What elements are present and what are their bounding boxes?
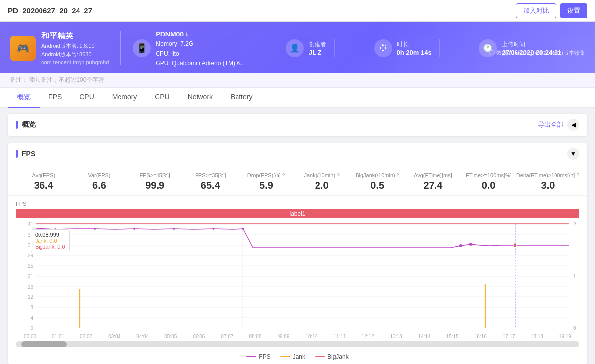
chart-scrollbar[interactable] (16, 341, 579, 347)
fps-stat-value-1: 6.6 (72, 180, 127, 191)
svg-text:16: 16 (28, 284, 34, 290)
creator-label: 创建者 (309, 40, 326, 49)
nav-tabs: 概览FPSCPUMemoryGPUNetworkBattery (0, 88, 595, 108)
time-tick-9: 09:09 (277, 334, 289, 339)
duration-label: 时长 (397, 40, 432, 49)
fps-stat-label-7: Avg(FTime)[ms] (405, 172, 461, 178)
fps-stat-value-6: 0.5 (350, 180, 405, 191)
time-axis: 00:0001:0102:0203:0304:0405:0506:0607:07… (16, 333, 579, 339)
device-icon: 📱 (133, 39, 151, 57)
device-details: PDNM00 ℹ Memory: 7.2G CPU: lito GPU: Qua… (156, 29, 245, 68)
time-tick-0: 00:00 (24, 334, 36, 339)
fps-stats-row: Avg(FPS)36.4Var(FPS)6.6FPS>=15[%]99.9FPS… (8, 165, 587, 196)
svg-point-29 (133, 228, 135, 230)
device-cpu: CPU: lito (156, 49, 245, 59)
fps-stat-label-8: FTime>=100ms[%] (461, 172, 516, 178)
nav-tab-CPU[interactable]: CPU (71, 88, 103, 108)
device-section: 📱 PDNM00 ℹ Memory: 7.2G CPU: lito GPU: Q… (121, 29, 257, 68)
duration-info: 时长 0h 20m 14s (397, 40, 432, 56)
svg-text:29: 29 (28, 253, 34, 258)
data-source: ⓘ 数据由PerfDog(4.0.200602)版本收集 (489, 49, 585, 57)
svg-text:0: 0 (30, 326, 33, 331)
overview-title: 概览 (22, 120, 36, 129)
duration-section: ⏱ 时长 0h 20m 14s (366, 39, 440, 57)
time-tick-14: 14:14 (418, 334, 431, 339)
top-bar: PD_20200627_20_24_27 加入对比 设置 (0, 0, 595, 22)
legend-item-1: Jank (280, 353, 305, 360)
export-button[interactable]: 导出全部 (538, 120, 563, 129)
fps-title: FPS (22, 150, 35, 158)
compare-button[interactable]: 加入对比 (516, 3, 556, 18)
chart-legend: FPSJankBigJank (8, 349, 587, 364)
nav-tab-Network[interactable]: Network (179, 88, 222, 108)
svg-text:33: 33 (28, 243, 34, 248)
device-info-icon: ℹ (186, 30, 188, 38)
svg-text:37: 37 (28, 232, 34, 238)
time-tick-18: 18:18 (531, 334, 543, 339)
svg-text:41: 41 (28, 222, 34, 227)
app-version1: Android版本名: 1.8.10 (41, 42, 109, 50)
time-tick-7: 07:07 (221, 334, 233, 339)
svg-text:2: 2 (573, 222, 576, 227)
fps-stat-label-5: Jank(/10min) ? (294, 172, 350, 178)
fps-stat-label-2: FPS>=15[%] (127, 172, 183, 178)
time-tick-6: 06:06 (193, 334, 205, 339)
page-title: PD_20200627_20_24_27 (8, 6, 92, 15)
fps-stat-5: Jank(/10min) ?2.0 (294, 172, 350, 191)
fps-stat-label-6: BigJank(/10min) ? (350, 172, 405, 178)
creator-icon: 👤 (286, 39, 304, 57)
svg-text:25: 25 (28, 263, 34, 269)
svg-point-33 (459, 244, 462, 247)
nav-tab-FPS[interactable]: FPS (40, 88, 71, 108)
app-icon-inner: 🎮 (10, 36, 36, 61)
fps-section: FPS ▼ Avg(FPS)36.4Var(FPS)6.6FPS>=15[%]9… (8, 143, 587, 364)
time-tick-3: 03:03 (108, 334, 120, 339)
scrollbar-thumb (21, 341, 66, 347)
creator-value: JL Z (309, 49, 326, 56)
time-tick-8: 08:08 (249, 334, 261, 339)
fps-stat-label-1: Var(FPS) (72, 172, 127, 178)
notes-bar: 备注： 添加备注，不超过200个字符 (0, 73, 595, 88)
app-package: com.tencent.tmgp.pubgmhd (41, 59, 109, 65)
fps-y-label: FPS (16, 201, 579, 207)
device-gpu: GPU: Qualcomm Adreno (TM) 6... (156, 59, 245, 68)
fps-stat-1: Var(FPS)6.6 (72, 172, 127, 191)
fps-collapse-button[interactable]: ▼ (567, 148, 579, 160)
fps-chart-svg: 41 37 33 29 25 21 16 12 8 4 0 2 1 0 Jank (16, 219, 579, 333)
collapse-button[interactable]: ◀ (567, 119, 579, 131)
time-tick-10: 10:10 (305, 334, 317, 339)
nav-tab-Memory[interactable]: Memory (103, 88, 146, 108)
time-tick-5: 05:05 (164, 334, 177, 339)
svg-text:1: 1 (573, 274, 576, 279)
creator-section: 👤 创建者 JL Z (278, 39, 335, 57)
fps-chart-container[interactable]: 41 37 33 29 25 21 16 12 8 4 0 2 1 0 Jank (16, 219, 579, 333)
fps-stat-value-2: 99.9 (127, 180, 183, 191)
svg-point-31 (212, 228, 214, 230)
svg-point-28 (94, 228, 96, 230)
fps-section-header: FPS ▼ (8, 143, 587, 165)
app-name: 和平精英 (41, 31, 109, 41)
svg-point-30 (173, 228, 175, 230)
legend-label-0: FPS (259, 353, 270, 360)
time-tick-1: 01:01 (52, 334, 64, 339)
nav-tab-Battery[interactable]: Battery (222, 88, 261, 108)
svg-text:Jank: Jank (578, 273, 579, 284)
svg-point-27 (54, 228, 56, 230)
fps-stat-value-8: 0.0 (461, 180, 516, 191)
fps-stat-value-5: 2.0 (294, 180, 350, 191)
fps-stat-label-9: Delta(FTime)>100ms[/h] ? (516, 172, 579, 178)
top-bar-actions: 加入对比 设置 (516, 3, 587, 18)
legend-label-1: Jank (293, 353, 305, 360)
fps-stat-value-9: 3.0 (516, 180, 579, 191)
time-tick-2: 02:02 (80, 334, 92, 339)
legend-item-2: BigJank (315, 353, 349, 360)
nav-tab-概览[interactable]: 概览 (8, 88, 40, 108)
upload-label: 上传时间 (502, 40, 561, 49)
fps-stat-4: Drop(FPS)[/h] ?5.9 (238, 172, 294, 191)
header-info-bar: 🎮 和平精英 Android版本名: 1.8.10 Android版本号: 86… (0, 22, 595, 73)
notes-prefix: 备注： (10, 76, 28, 83)
settings-button[interactable]: 设置 (560, 3, 587, 18)
time-tick-17: 17:17 (503, 334, 515, 339)
nav-tab-GPU[interactable]: GPU (146, 88, 178, 108)
time-tick-13: 13:13 (390, 334, 402, 339)
